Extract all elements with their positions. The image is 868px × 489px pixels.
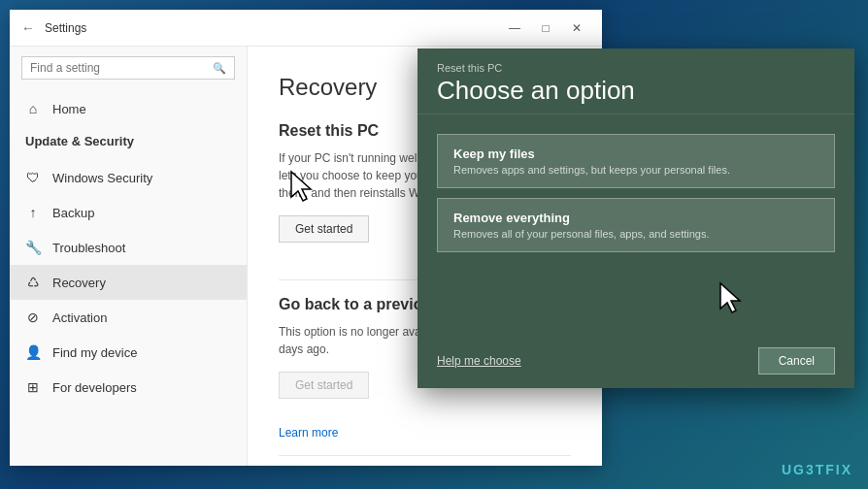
- watermark-highlight: 3T: [806, 462, 825, 477]
- keep-files-title: Keep my files: [453, 147, 818, 161]
- learn-more-link[interactable]: Learn more: [279, 426, 571, 440]
- dialog-title: Choose an option: [437, 76, 835, 106]
- go-back-get-started-button: Get started: [279, 372, 369, 399]
- sidebar-item-troubleshoot-label: Troubleshoot: [52, 241, 125, 255]
- sidebar-item-find-my-device-label: Find my device: [52, 345, 137, 360]
- back-button[interactable]: ←: [21, 20, 35, 36]
- sidebar-item-windows-security-label: Windows Security: [52, 171, 152, 185]
- sidebar-item-home[interactable]: ⌂ Home: [10, 91, 247, 126]
- home-icon: ⌂: [25, 101, 41, 116]
- sidebar-item-backup[interactable]: ↑ Backup: [10, 195, 247, 230]
- keep-files-desc: Removes apps and settings, but keeps you…: [453, 164, 818, 176]
- troubleshoot-icon: 🔧: [25, 240, 41, 255]
- sidebar-item-recovery-label: Recovery: [52, 276, 106, 290]
- sidebar-item-activation-label: Activation: [52, 310, 107, 325]
- sidebar-item-find-my-device[interactable]: 👤 Find my device: [10, 335, 247, 370]
- sidebar-heading: Update & Security: [10, 126, 247, 160]
- search-icon: 🔍: [213, 62, 226, 75]
- sidebar-item-home-label: Home: [52, 102, 86, 116]
- activation-icon: ⊘: [25, 310, 41, 325]
- cancel-button[interactable]: Cancel: [758, 347, 835, 375]
- sidebar-item-windows-security[interactable]: 🛡 Windows Security: [10, 160, 247, 195]
- keep-files-option[interactable]: Keep my files Removes apps and settings,…: [437, 134, 835, 188]
- title-bar-controls: — □ ✕: [501, 17, 590, 39]
- sidebar-item-recovery[interactable]: ♺ Recovery: [10, 265, 247, 300]
- dialog-body: Keep my files Removes apps and settings,…: [417, 114, 854, 338]
- sidebar-item-activation[interactable]: ⊘ Activation: [10, 300, 247, 335]
- help-me-choose-link[interactable]: Help me choose: [437, 354, 521, 368]
- sidebar-item-for-developers[interactable]: ⊞ For developers: [10, 370, 247, 405]
- sidebar-item-backup-label: Backup: [52, 206, 94, 220]
- remove-everything-desc: Removes all of your personal files, apps…: [453, 228, 818, 240]
- dialog-header: Reset this PC Choose an option: [417, 49, 854, 114]
- dialog-subtitle: Reset this PC: [437, 62, 835, 74]
- sidebar-item-for-developers-label: For developers: [52, 380, 137, 395]
- recovery-icon: ♺: [25, 275, 41, 290]
- divider2: [279, 455, 571, 456]
- shield-icon: 🛡: [25, 170, 41, 185]
- watermark-text2: FIX: [825, 462, 852, 477]
- sidebar-item-troubleshoot[interactable]: 🔧 Troubleshoot: [10, 230, 247, 265]
- reset-dialog: Reset this PC Choose an option Keep my f…: [417, 49, 854, 388]
- title-bar-left: ← Settings: [21, 20, 86, 36]
- watermark: UG3TFIX: [782, 462, 852, 477]
- developers-icon: ⊞: [25, 379, 41, 395]
- maximize-button[interactable]: □: [532, 17, 559, 39]
- window-title: Settings: [45, 21, 86, 35]
- sidebar: 🔍 ⌂ Home Update & Security 🛡 Windows Sec…: [10, 47, 248, 466]
- backup-icon: ↑: [25, 205, 41, 220]
- watermark-text1: UG: [782, 462, 806, 477]
- search-input[interactable]: [30, 61, 213, 75]
- find-device-icon: 👤: [25, 344, 41, 360]
- close-button[interactable]: ✕: [563, 17, 590, 39]
- remove-everything-title: Remove everything: [453, 211, 818, 225]
- reset-get-started-button[interactable]: Get started: [279, 215, 369, 243]
- title-bar: ← Settings — □ ✕: [10, 10, 602, 47]
- remove-everything-option[interactable]: Remove everything Removes all of your pe…: [437, 198, 835, 252]
- dialog-footer: Help me choose Cancel: [417, 338, 854, 388]
- minimize-button[interactable]: —: [501, 17, 528, 39]
- search-box[interactable]: 🔍: [21, 56, 235, 80]
